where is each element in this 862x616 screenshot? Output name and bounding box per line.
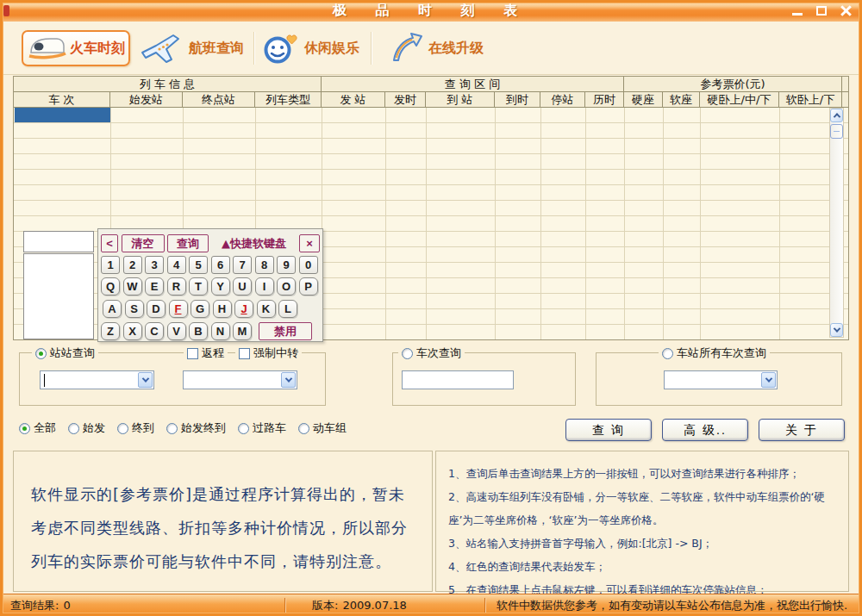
keyboard-disable-button[interactable]: 禁用	[259, 322, 312, 340]
filter-passing-radio[interactable]	[238, 423, 249, 434]
column-header-stops[interactable]: 停站	[540, 92, 585, 108]
filter-emu[interactable]: 动车组	[298, 420, 347, 436]
from-station-dropdown-button[interactable]	[138, 372, 153, 388]
column-header-depart-time[interactable]: 发时	[385, 92, 426, 108]
status-version-value: 2009.07.18	[342, 599, 406, 612]
keyboard-clear-button[interactable]: 清空	[122, 234, 165, 252]
status-version: 版本: 2009.07.18	[286, 594, 484, 616]
maximize-button[interactable]	[814, 3, 829, 17]
scroll-down-button[interactable]	[830, 323, 843, 337]
key-1[interactable]: 1	[101, 256, 120, 274]
selected-cell[interactable]	[15, 108, 110, 122]
key-u[interactable]: U	[233, 277, 252, 296]
from-station-combobox[interactable]	[40, 370, 154, 389]
key-n[interactable]: N	[211, 322, 230, 340]
key-p[interactable]: P	[299, 277, 318, 296]
toolbar-entertainment-button[interactable]: 休闲娱乐	[261, 28, 359, 68]
key-j[interactable]: J	[234, 300, 253, 318]
key-d[interactable]: D	[147, 300, 166, 318]
station-suggestion-list[interactable]	[23, 253, 94, 339]
about-button[interactable]: 关 于	[759, 419, 845, 441]
column-header-origin[interactable]: 始发站	[110, 92, 183, 108]
filter-terminating-radio[interactable]	[117, 423, 128, 434]
column-header-soft-sleeper[interactable]: 软卧上/下	[779, 92, 842, 108]
station-all-trains-dropdown-button[interactable]	[761, 372, 776, 388]
key-y[interactable]: Y	[211, 277, 230, 296]
key-5[interactable]: 5	[189, 256, 208, 274]
station-name-input[interactable]	[23, 231, 94, 252]
filter-originating-radio[interactable]	[68, 423, 79, 434]
keyboard-back-button[interactable]: <	[101, 234, 118, 252]
key-h[interactable]: H	[213, 300, 232, 318]
chevron-down-icon	[833, 325, 840, 332]
key-a[interactable]: A	[103, 300, 122, 318]
column-header-soft-seat[interactable]: 软座	[663, 92, 700, 108]
filter-all[interactable]: 全部	[19, 420, 56, 436]
station-all-trains-radio[interactable]	[662, 348, 673, 359]
key-8[interactable]: 8	[255, 256, 274, 274]
minimize-button[interactable]	[790, 3, 805, 17]
close-button[interactable]	[838, 3, 853, 17]
column-header-arrive-time[interactable]: 到时	[495, 92, 540, 108]
key-s[interactable]: S	[125, 300, 144, 318]
key-e[interactable]: E	[145, 277, 164, 296]
column-header-arrive-station[interactable]: 到 站	[426, 92, 495, 108]
train-number-query-radio[interactable]	[402, 348, 413, 359]
column-header-train-no[interactable]: 车 次	[14, 92, 110, 108]
filter-all-radio[interactable]	[19, 423, 30, 434]
toolbar-flight-query-button[interactable]: 航班查询	[139, 28, 244, 68]
column-header-hard-sleeper[interactable]: 硬卧上/中/下	[700, 92, 779, 108]
key-7[interactable]: 7	[233, 256, 252, 274]
keyboard-query-button[interactable]: 查询	[167, 234, 209, 252]
column-header-duration[interactable]: 历时	[585, 92, 624, 108]
toolbar-train-times-button[interactable]: 火车时刻	[22, 30, 130, 66]
station-to-station-radio[interactable]	[35, 348, 47, 359]
key-2[interactable]: 2	[123, 256, 142, 274]
toolbar-item-label: 休闲娱乐	[304, 40, 359, 58]
column-header-train-type[interactable]: 列车类型	[255, 92, 322, 108]
key-t[interactable]: T	[189, 277, 208, 296]
key-o[interactable]: O	[277, 277, 296, 296]
scroll-up-button[interactable]	[830, 109, 843, 122]
key-3[interactable]: 3	[145, 256, 164, 274]
toolbar-online-upgrade-button[interactable]: 在线升级	[389, 28, 484, 68]
key-q[interactable]: Q	[101, 277, 120, 296]
to-station-dropdown-button[interactable]	[281, 372, 296, 388]
key-f[interactable]: F	[169, 300, 188, 318]
filter-passing[interactable]: 过路车	[238, 420, 286, 436]
column-header-depart-station[interactable]: 发 站	[322, 92, 385, 108]
key-g[interactable]: G	[191, 300, 209, 318]
station-all-trains-combobox[interactable]	[664, 370, 778, 389]
key-b[interactable]: B	[189, 322, 208, 340]
column-header-hard-seat[interactable]: 硬座	[624, 92, 663, 108]
filter-origin-terminus[interactable]: 始发终到	[166, 420, 226, 436]
key-9[interactable]: 9	[277, 256, 296, 274]
train-number-input[interactable]	[402, 370, 514, 389]
key-z[interactable]: Z	[101, 322, 120, 340]
filter-originating[interactable]: 始发	[68, 420, 105, 436]
keyboard-close-button[interactable]: ×	[299, 234, 320, 252]
key-l[interactable]: L	[278, 300, 297, 318]
filter-origin-terminus-radio[interactable]	[166, 423, 178, 434]
query-button[interactable]: 查 询	[565, 419, 652, 441]
key-x[interactable]: X	[123, 322, 142, 340]
filter-emu-radio[interactable]	[298, 423, 309, 434]
column-header-terminus[interactable]: 终点站	[183, 92, 255, 108]
key-k[interactable]: K	[257, 300, 276, 318]
forced-transfer-checkbox[interactable]	[239, 348, 250, 359]
key-c[interactable]: C	[145, 322, 164, 340]
filter-terminating[interactable]: 终到	[117, 420, 154, 436]
key-r[interactable]: R	[167, 277, 186, 296]
scroll-thumb[interactable]	[830, 124, 843, 139]
key-w[interactable]: W	[123, 277, 142, 296]
key-6[interactable]: 6	[211, 256, 230, 274]
key-m[interactable]: M	[233, 322, 252, 340]
return-trip-checkbox[interactable]	[187, 348, 198, 359]
key-0[interactable]: 0	[299, 256, 318, 274]
key-v[interactable]: V	[167, 322, 186, 340]
advanced-button[interactable]: 高 级..	[662, 419, 748, 441]
table-vertical-scrollbar[interactable]	[829, 108, 844, 338]
key-i[interactable]: I	[255, 277, 274, 296]
key-4[interactable]: 4	[167, 256, 186, 274]
to-station-combobox[interactable]	[183, 370, 297, 389]
